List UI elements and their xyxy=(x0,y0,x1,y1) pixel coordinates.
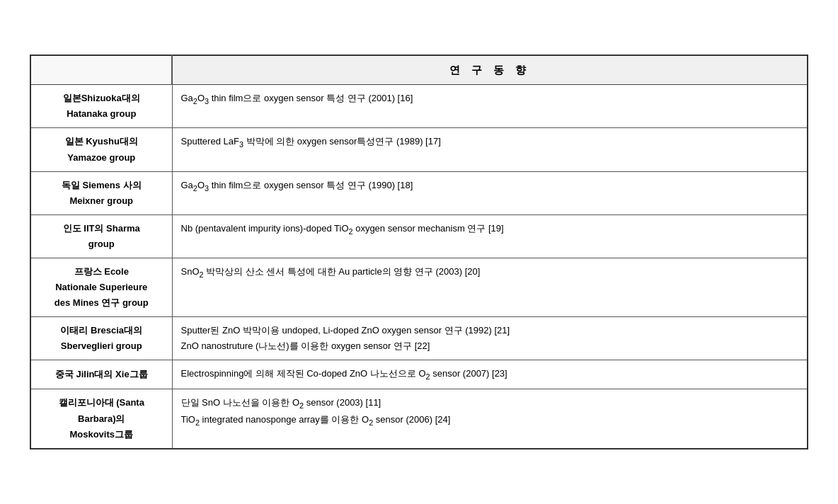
table-row: 독일 Siemens 사의Meixner group Ga2O3 thin fi… xyxy=(30,171,808,214)
row-left-3: 독일 Siemens 사의Meixner group xyxy=(30,171,172,214)
row-right-8: 단일 SnO 나노선을 이용한 O2 sensor (2003) [11] Ti… xyxy=(172,389,808,449)
header-col1 xyxy=(30,55,172,85)
row-right-5: SnO2 박막상의 산소 센서 특성에 대한 Au particle의 영향 연… xyxy=(172,258,808,317)
table-row: 프랑스 EcoleNationale Superieuredes Mines 연… xyxy=(30,258,808,317)
header-col2: 연 구 동 향 xyxy=(172,55,808,85)
row-left-8: 캘리포니아대 (SantaBarbara)의Moskovits그룹 xyxy=(30,389,172,449)
table-row: 중국 Jilin대의 Xie그룹 Electrospinning에 의해 제작된… xyxy=(30,360,808,389)
table-row: 일본Shizuoka대의Hatanaka group Ga2O3 thin fi… xyxy=(30,85,808,128)
row-left-4: 인도 IIT의 Sharmagroup xyxy=(30,214,172,258)
row-left-7: 중국 Jilin대의 Xie그룹 xyxy=(30,360,172,389)
research-table-container: 연 구 동 향 일본Shizuoka대의Hatanaka group Ga2O3… xyxy=(30,55,808,449)
table-row: 캘리포니아대 (SantaBarbara)의Moskovits그룹 단일 SnO… xyxy=(30,389,808,449)
research-table: 연 구 동 향 일본Shizuoka대의Hatanaka group Ga2O3… xyxy=(30,55,808,449)
table-row: 이태리 Brescia대의Sberveglieri group Sputter된… xyxy=(30,317,808,360)
row-right-1: Ga2O3 thin film으로 oxygen sensor 특성 연구 (2… xyxy=(172,85,808,128)
row-right-2: Sputtered LaF3 박막에 의한 oxygen sensor특성연구 … xyxy=(172,128,808,171)
row-right-7: Electrospinning에 의해 제작된 Co-doped ZnO 나노선… xyxy=(172,360,808,389)
row-left-2: 일본 Kyushu대의Yamazoe group xyxy=(30,128,172,171)
row-right-3: Ga2O3 thin film으로 oxygen sensor 특성 연구 (1… xyxy=(172,171,808,214)
table-row: 일본 Kyushu대의Yamazoe group Sputtered LaF3 … xyxy=(30,128,808,171)
row-left-1: 일본Shizuoka대의Hatanaka group xyxy=(30,85,172,128)
row-left-5: 프랑스 EcoleNationale Superieuredes Mines 연… xyxy=(30,258,172,317)
table-row: 인도 IIT의 Sharmagroup Nb (pentavalent impu… xyxy=(30,214,808,258)
row-right-4: Nb (pentavalent impurity ions)-doped TiO… xyxy=(172,214,808,258)
row-right-6: Sputter된 ZnO 박막이용 undoped, Li-doped ZnO … xyxy=(172,317,808,360)
row-left-6: 이태리 Brescia대의Sberveglieri group xyxy=(30,317,172,360)
